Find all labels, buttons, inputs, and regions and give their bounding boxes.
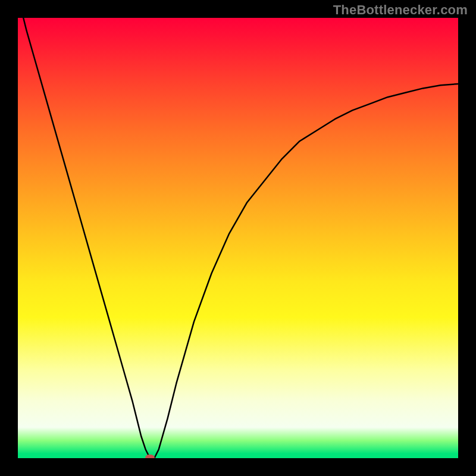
chart-frame: TheBottlenecker.com [0,0,476,476]
optimal-point-marker [145,455,155,458]
plot-area [18,18,458,458]
bottleneck-curve [18,18,458,458]
watermark-text: TheBottlenecker.com [333,2,468,18]
